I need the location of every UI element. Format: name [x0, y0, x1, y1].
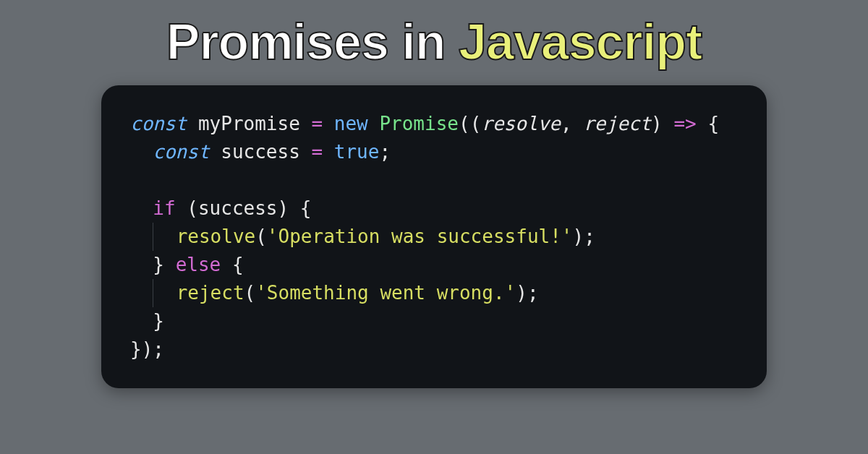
- code-snippet-card: const myPromise = new Promise((resolve, …: [101, 85, 767, 388]
- code-token: [130, 169, 142, 191]
- code-line: resolve('Operation was successful!');: [130, 223, 742, 251]
- code-token: (: [244, 282, 256, 304]
- code-token: else: [176, 254, 232, 275]
- code-line: reject('Something went wrong.');: [130, 279, 742, 307]
- code-token: myPromise: [198, 113, 312, 134]
- code-token: =>: [673, 113, 696, 134]
- code-token: resolve: [481, 113, 561, 134]
- code-token: =: [311, 113, 333, 134]
- code-token: new: [334, 113, 380, 134]
- code-token: }: [153, 254, 175, 275]
- code-token: {: [697, 113, 719, 134]
- code-token: resolve: [176, 226, 256, 247]
- title-part-1: Promises in: [166, 14, 459, 70]
- code-body: const myPromise = new Promise((resolve, …: [130, 110, 742, 364]
- code-token: success: [221, 141, 311, 163]
- code-token: const: [153, 141, 221, 163]
- code-token: reject: [176, 282, 244, 304]
- code-line: const success = true;: [130, 138, 742, 166]
- code-line: });: [130, 335, 742, 364]
- code-token: ((: [459, 113, 481, 134]
- code-line: if (success) {: [130, 194, 742, 223]
- code-line: } else {: [130, 251, 742, 279]
- code-token: true: [334, 141, 380, 163]
- code-token: 'Operation was successful!': [267, 226, 573, 247]
- code-token: =: [311, 141, 333, 163]
- code-token: if: [153, 197, 187, 219]
- page-title: Promises in Javascript: [166, 13, 702, 71]
- code-token: );: [516, 282, 538, 304]
- code-token: 'Something went wrong.': [255, 282, 516, 304]
- code-line: const myPromise = new Promise((resolve, …: [130, 110, 742, 138]
- code-token: reject: [583, 113, 651, 134]
- code-line: [130, 166, 742, 194]
- code-token: (: [255, 226, 267, 247]
- code-token: {: [232, 254, 244, 275]
- code-token: (success) {: [187, 197, 311, 219]
- code-token: const: [130, 113, 198, 134]
- code-token: ;: [379, 141, 391, 163]
- code-token: ,: [561, 113, 583, 134]
- code-token: ): [651, 113, 673, 134]
- code-token: });: [130, 338, 164, 360]
- code-token: );: [573, 226, 595, 247]
- code-token: Promise: [379, 113, 459, 134]
- code-token: }: [153, 310, 164, 332]
- code-line: }: [130, 307, 742, 335]
- title-part-2: Javascript: [459, 14, 702, 70]
